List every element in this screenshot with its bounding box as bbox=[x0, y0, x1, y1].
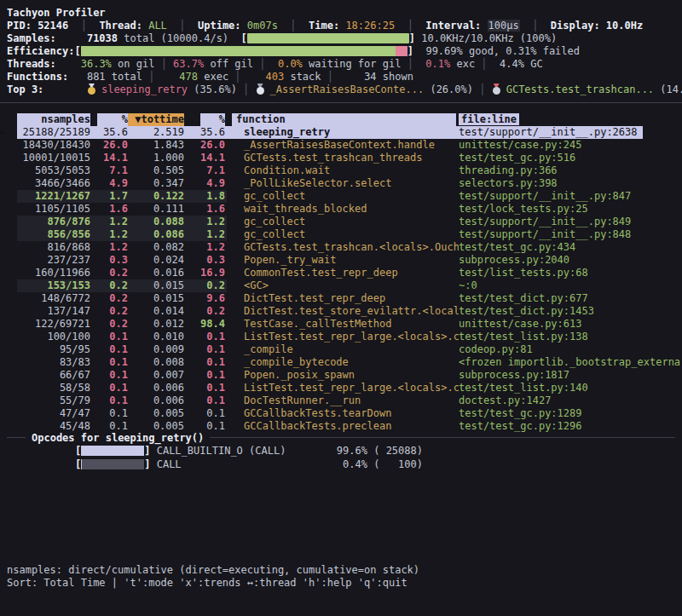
column-header-direct-pct[interactable]: % bbox=[90, 113, 128, 126]
display-label: Display: bbox=[551, 20, 606, 32]
cell-tottime: 0.024 bbox=[128, 254, 184, 267]
cell-nsamples: 160/11966 bbox=[17, 267, 90, 279]
cell-function: DictTest.test_repr_deep bbox=[225, 292, 459, 305]
cell-fileline: test/test_list.py:140 bbox=[459, 382, 682, 394]
thread-value[interactable]: ALL bbox=[148, 20, 167, 32]
uptime-value: 0m07s bbox=[247, 20, 278, 32]
bracket-open: [ bbox=[74, 45, 80, 57]
table-row[interactable]: 148/67720.20.0159.6DictTest.test_repr_de… bbox=[0, 292, 682, 305]
table-row[interactable]: 95/950.10.0090.1_compilecodeop.py:81 bbox=[0, 343, 682, 356]
cell-direct-pct: 0.1 bbox=[90, 394, 128, 407]
opcode-name: CALL_BUILTIN_O (CALL) bbox=[150, 445, 286, 457]
stat-value: 0.1% bbox=[419, 58, 450, 70]
table-row[interactable]: 10001/1001514.11.00014.1GCTests.test_tra… bbox=[0, 152, 682, 164]
cell-nsamples: 237/237 bbox=[17, 254, 90, 267]
cell-nsamples: 137/147 bbox=[17, 305, 90, 318]
status-line: PID: 52146 │ Thread: ALL │ Uptime: 0m07s… bbox=[7, 20, 682, 32]
functions-line: Functions: 881 total │ 478 exec │ 403 st… bbox=[7, 71, 682, 83]
column-header-fileline[interactable]: file:line bbox=[459, 113, 682, 126]
cell-nsamples: 47/47 bbox=[17, 407, 90, 420]
table-row[interactable]: 5053/50537.10.5057.1Condition.waitthread… bbox=[0, 164, 682, 177]
cell-cumulative-pct: 1.2 bbox=[184, 241, 225, 254]
footer-keybindings: Sort: Total Time | 't':mode 'x':trends ↔… bbox=[7, 577, 419, 590]
time-value: 18:26:25 bbox=[345, 20, 395, 32]
cell-direct-pct: 7.1 bbox=[90, 164, 128, 177]
cell-fileline: test/support/__init__.py:2638 bbox=[459, 126, 682, 139]
top3-function-name[interactable]: _AssertRaisesBaseConte... bbox=[270, 83, 431, 95]
cell-tottime: 0.086 bbox=[128, 228, 184, 241]
column-header-nsamples[interactable]: nsamples bbox=[17, 113, 90, 126]
cell-fileline: test/test_gc.py:434 bbox=[459, 241, 682, 254]
row-cursor bbox=[0, 292, 17, 305]
table-row[interactable]: 237/2370.30.0240.3Popen._try_waitsubproc… bbox=[0, 254, 682, 267]
table-row[interactable]: 153/1530.20.0150.2<GC>~:0 bbox=[0, 279, 682, 292]
efficiency-line: Efficiency:[] 99.69% good, 0.31% failed bbox=[7, 45, 682, 58]
table-row[interactable]: 66/670.10.0070.1Popen._posix_spawnsubpro… bbox=[0, 369, 682, 382]
table-row[interactable]: 83/830.10.0080.1_compile_bytecode<frozen… bbox=[0, 356, 682, 369]
table-row[interactable]: 137/1470.20.0140.2DictTest.test_store_ev… bbox=[0, 305, 682, 318]
cell-nsamples: 148/6772 bbox=[17, 292, 90, 305]
gold-medal-icon bbox=[87, 83, 96, 95]
separator: │ bbox=[142, 71, 161, 83]
table-row[interactable]: 122/697210.20.01298.4TestCase._callTestM… bbox=[0, 318, 682, 331]
cell-cumulative-pct: 0.3 bbox=[184, 254, 225, 267]
cell-function: GCTests.test_trashcan.<locals>.Ouch... bbox=[225, 241, 459, 254]
cell-nsamples: 58/58 bbox=[17, 382, 90, 394]
opcodes-title: Opcodes for sleeping_retry() bbox=[26, 432, 210, 444]
cell-nsamples: 18430/18430 bbox=[17, 139, 90, 152]
table-row[interactable]: 160/119660.20.01616.9CommonTest.test_rep… bbox=[0, 267, 682, 279]
rule-left bbox=[7, 437, 26, 438]
cell-function: Popen._try_wait bbox=[225, 254, 459, 267]
column-header-function[interactable]: function bbox=[225, 113, 459, 126]
separator: │ bbox=[228, 71, 247, 83]
samples-total-suffix: total (10000.4/s) bbox=[118, 32, 228, 44]
table-row[interactable]: 3466/34664.90.3474.9_PollLikeSelector.se… bbox=[0, 177, 682, 190]
stat-value: 0.0% bbox=[272, 58, 303, 70]
cell-direct-pct: 0.2 bbox=[90, 267, 128, 279]
spacer bbox=[43, 83, 87, 95]
stat-text: off gil bbox=[204, 58, 253, 70]
table-row[interactable]: 856/8561.20.0861.2gc_collecttest/support… bbox=[0, 228, 682, 241]
row-cursor bbox=[0, 177, 17, 190]
cell-function: _compile_bytecode bbox=[225, 356, 459, 369]
opcode-rows: [] CALL_BUILTIN_O (CALL)99.6% ( 25088)[]… bbox=[7, 444, 675, 471]
top3-function-name[interactable]: GCTests.test_trashcan... bbox=[506, 83, 661, 95]
table-row[interactable]: 18430/1843026.01.84326.0_AssertRaisesBas… bbox=[0, 139, 682, 152]
footer-legend: nsamples: direct/cumulative (direct=exec… bbox=[7, 564, 419, 577]
spacer bbox=[56, 32, 87, 44]
cell-fileline: test/test_dict.py:1453 bbox=[459, 305, 682, 318]
row-cursor bbox=[0, 216, 17, 228]
row-cursor bbox=[0, 369, 17, 382]
cell-cumulative-pct: 0.2 bbox=[184, 279, 225, 292]
cell-cumulative-pct: 0.1 bbox=[184, 394, 225, 407]
table-row[interactable]: 1221/12671.70.1221.8gc_collecttest/suppo… bbox=[0, 190, 682, 203]
column-header-tottime-sorted[interactable]: ▼tottime bbox=[128, 113, 184, 126]
stat-value: 34 bbox=[339, 71, 376, 83]
cell-tottime: 0.007 bbox=[128, 369, 184, 382]
cell-nsamples: 55/79 bbox=[17, 394, 90, 407]
table-row[interactable]: 100/1000.10.0100.1ListTest.test_repr_lar… bbox=[0, 331, 682, 343]
time-label: Time: bbox=[309, 20, 345, 32]
cell-tottime: 0.006 bbox=[128, 394, 184, 407]
table-row[interactable]: 816/8681.20.0821.2GCTests.test_trashcan.… bbox=[0, 241, 682, 254]
cell-function: Popen._posix_spawn bbox=[225, 369, 459, 382]
cell-fileline: subprocess.py:1817 bbox=[459, 369, 682, 382]
table-row[interactable]: 47/470.10.0050.1GCCallbackTests.tearDown… bbox=[0, 407, 682, 420]
table-row[interactable]: 55/790.10.0060.1DocTestRunner.__rundocte… bbox=[0, 394, 682, 407]
opcodes-title-row: Opcodes for sleeping_retry() bbox=[7, 431, 675, 444]
table-row[interactable]: ►25188/2518935.62.51935.6sleeping_retryt… bbox=[0, 126, 682, 139]
top3-label: Top 3: bbox=[7, 83, 43, 95]
table-row[interactable]: 876/8761.20.0881.2gc_collecttest/support… bbox=[0, 216, 682, 228]
cell-tottime: 0.014 bbox=[128, 305, 184, 318]
separator: │ bbox=[154, 58, 173, 70]
cell-fileline: test/test_list.py:138 bbox=[459, 331, 682, 343]
cell-nsamples: 10001/10015 bbox=[17, 152, 90, 164]
column-header-cumulative-pct[interactable]: % bbox=[184, 113, 225, 126]
table-row[interactable]: 1105/11051.60.1111.6wait_threads_blocked… bbox=[0, 203, 682, 216]
row-cursor bbox=[0, 241, 17, 254]
cell-direct-pct: 1.6 bbox=[90, 203, 128, 216]
row-cursor bbox=[0, 279, 17, 292]
top3-function-name[interactable]: sleeping_retry bbox=[101, 83, 194, 95]
table-row[interactable]: 58/580.10.0060.1ListTest.test_repr_large… bbox=[0, 382, 682, 394]
cell-tottime: 1.000 bbox=[128, 152, 184, 164]
